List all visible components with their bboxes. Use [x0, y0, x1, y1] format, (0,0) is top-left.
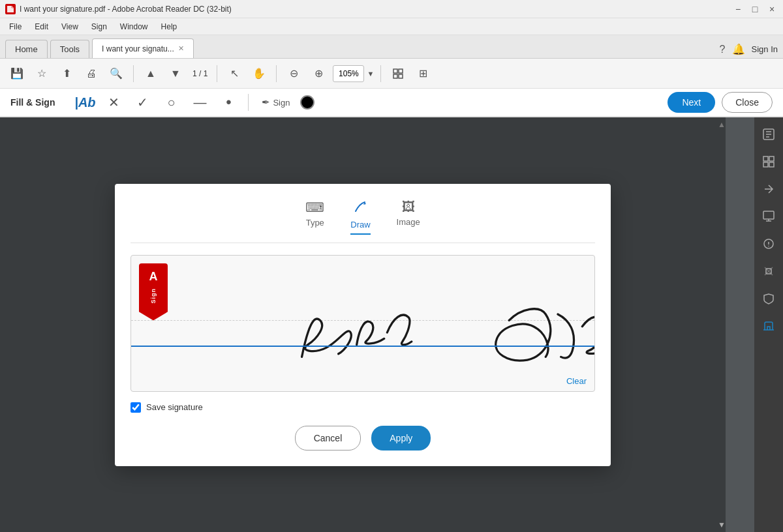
divider-1: [133, 65, 134, 82]
menu-file[interactable]: File: [4, 20, 27, 33]
sidebar-btn-2[interactable]: [757, 150, 780, 173]
tab-document-label: I want your signatu...: [102, 44, 174, 53]
sidebar-btn-6[interactable]: [757, 259, 780, 283]
print-button[interactable]: 🖨: [81, 63, 102, 84]
circle-tool[interactable]: ○: [159, 91, 183, 114]
svg-rect-11: [763, 211, 774, 219]
upload-button[interactable]: ⬆: [56, 63, 77, 84]
divider-3: [276, 65, 277, 82]
divider-4: [380, 65, 381, 82]
svg-rect-10: [769, 162, 774, 167]
hand-tool[interactable]: ✋: [249, 63, 269, 84]
scroll-up-button[interactable]: ▲: [140, 63, 161, 84]
sidebar-btn-8[interactable]: [757, 314, 780, 338]
cursor-tool[interactable]: ↖: [224, 63, 245, 84]
svg-rect-8: [769, 156, 774, 161]
cross-tool[interactable]: ✕: [102, 91, 125, 114]
divider-2: [217, 65, 217, 82]
dialog-tabs: ⌨ Type Draw 🖼 Image: [130, 200, 595, 243]
right-sidebar: [754, 117, 783, 532]
color-picker[interactable]: [300, 95, 315, 110]
save-signature-label: Save signature: [146, 402, 203, 412]
sidebar-btn-3[interactable]: [757, 177, 780, 201]
rotate-button[interactable]: ⊞: [412, 63, 433, 84]
close-button[interactable]: Close: [722, 92, 773, 113]
svg-rect-0: [393, 69, 397, 73]
tab-tools-label: Tools: [60, 44, 80, 54]
sidebar-btn-4[interactable]: [757, 205, 780, 228]
clear-button[interactable]: Clear: [566, 376, 587, 386]
zoom-dropdown-icon[interactable]: ▼: [367, 70, 374, 78]
dialog-overlay: ⌨ Type Draw 🖼 Image: [0, 117, 726, 532]
svg-rect-3: [399, 74, 403, 78]
menu-window[interactable]: Window: [115, 20, 153, 33]
bookmark-button[interactable]: ☆: [31, 63, 52, 84]
signature-baseline: [131, 346, 594, 347]
tab-document[interactable]: I want your signatu... ✕: [92, 38, 194, 58]
fill-sign-toolbar: Fill & Sign |Ab ✕ ✓ ○ — • ✒ Sign Next Cl…: [0, 89, 783, 117]
svg-rect-1: [399, 69, 403, 73]
help-icon[interactable]: ?: [720, 44, 726, 55]
page-number: 1 / 1: [192, 69, 207, 78]
text-tool[interactable]: |Ab: [73, 91, 97, 114]
signature-dialog: ⌨ Type Draw 🖼 Image: [115, 184, 611, 466]
type-icon: ⌨: [305, 200, 324, 215]
sign-in-button[interactable]: Sign In: [752, 44, 778, 54]
tab-home[interactable]: Home: [5, 40, 48, 58]
window-controls[interactable]: − □ ×: [732, 3, 778, 15]
sidebar-btn-7[interactable]: [757, 287, 780, 310]
check-tool[interactable]: ✓: [130, 91, 154, 114]
tab-home-label: Home: [15, 44, 38, 54]
save-signature-row: Save signature: [130, 402, 595, 413]
app-icon: [5, 4, 16, 14]
menu-help[interactable]: Help: [156, 20, 183, 33]
maximize-button[interactable]: □: [749, 3, 761, 15]
signature-drawing: [131, 256, 594, 391]
tab-draw-label: Draw: [350, 220, 370, 229]
title-bar: I want your signature.pdf - Adobe Acroba…: [0, 0, 783, 18]
cancel-button[interactable]: Cancel: [295, 426, 361, 451]
save-signature-checkbox[interactable]: [130, 402, 141, 413]
svg-rect-2: [393, 74, 397, 78]
line-tool[interactable]: —: [188, 91, 211, 114]
minimize-button[interactable]: −: [732, 3, 744, 15]
tab-draw[interactable]: Draw: [350, 200, 370, 235]
fill-sign-title: Fill & Sign: [10, 97, 55, 108]
svg-rect-7: [763, 156, 768, 161]
scroll-down-indicator[interactable]: ▼: [718, 520, 726, 529]
tab-tools[interactable]: Tools: [50, 40, 89, 58]
sign-button[interactable]: ✒ Sign: [256, 91, 295, 114]
svg-rect-9: [763, 162, 768, 167]
zoom-in-button[interactable]: ⊕: [308, 63, 329, 84]
signature-canvas[interactable]: A Sign Clear: [130, 255, 595, 392]
sign-label: Sign: [273, 98, 290, 108]
tab-bar: Home Tools I want your signatu... ✕ ? 🔔 …: [0, 35, 783, 59]
dialog-buttons: Cancel Apply: [130, 426, 595, 451]
close-button[interactable]: ×: [766, 3, 778, 15]
zoom-input[interactable]: [333, 65, 364, 82]
apply-button[interactable]: Apply: [371, 426, 431, 451]
menu-edit[interactable]: Edit: [29, 20, 54, 33]
search-button[interactable]: 🔍: [106, 63, 127, 84]
main-content: ▲ ⌨ Type Draw: [0, 117, 783, 532]
sidebar-btn-1[interactable]: [757, 123, 780, 146]
save-button[interactable]: 💾: [7, 63, 27, 84]
image-icon: 🖼: [402, 200, 415, 214]
sign-divider: [248, 94, 249, 111]
fit-page-button[interactable]: [388, 63, 408, 84]
sign-pen-icon: ✒: [262, 96, 270, 108]
bell-icon[interactable]: 🔔: [732, 43, 745, 55]
tab-image-label: Image: [397, 217, 420, 227]
zoom-out-button[interactable]: ⊖: [283, 63, 304, 84]
tab-image[interactable]: 🖼 Image: [397, 200, 420, 235]
dot-tool[interactable]: •: [217, 91, 240, 114]
toolbar: 💾 ☆ ⬆ 🖨 🔍 ▲ ▼ 1 / 1 ↖ ✋ ⊖ ⊕ ▼ ⊞: [0, 59, 783, 89]
tab-close-icon[interactable]: ✕: [178, 44, 184, 53]
pdf-area: ▲ ⌨ Type Draw: [0, 117, 754, 532]
menu-view[interactable]: View: [56, 20, 84, 33]
menu-sign[interactable]: Sign: [86, 20, 112, 33]
sidebar-btn-5[interactable]: [757, 232, 780, 256]
scroll-down-button[interactable]: ▼: [165, 63, 186, 84]
next-button[interactable]: Next: [668, 92, 715, 113]
tab-type[interactable]: ⌨ Type: [305, 200, 324, 235]
